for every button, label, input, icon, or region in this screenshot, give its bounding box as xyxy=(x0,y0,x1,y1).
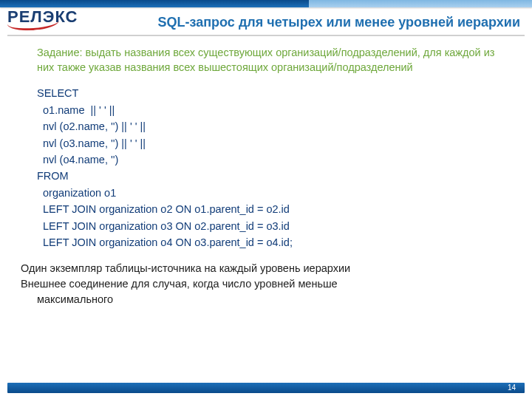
title-divider xyxy=(7,35,525,36)
slide-body: Задание: выдать названия всех существующ… xyxy=(37,46,510,369)
page-number: 14 xyxy=(508,383,516,393)
task-description: Задание: выдать названия всех существующ… xyxy=(37,46,510,75)
note-line-2a: Внешнее соединение для случая, когда чис… xyxy=(21,277,510,291)
footer-bar xyxy=(7,383,525,393)
sql-code-block: SELECT o1.name || ' ' || nvl (o2.name, '… xyxy=(37,85,510,251)
explanation-notes: Один экземпляр таблицы-источника на кажд… xyxy=(21,262,510,307)
slide-title: SQL-запрос для четырех или менее уровней… xyxy=(126,15,520,30)
note-line-2b: максимального xyxy=(21,293,510,307)
note-line-1: Один экземпляр таблицы-источника на кажд… xyxy=(21,262,510,276)
header-band xyxy=(0,0,532,7)
brand-logo: РЕЛЭКС xyxy=(7,9,78,33)
